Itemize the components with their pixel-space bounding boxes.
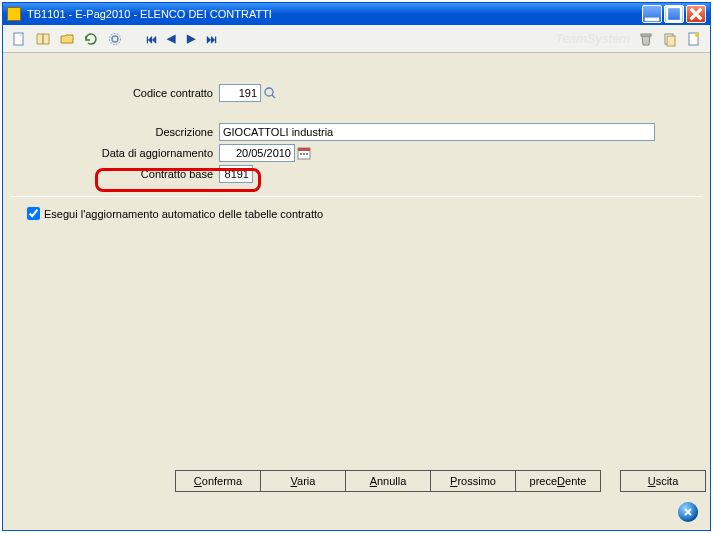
toolbar-trash-icon[interactable] bbox=[636, 29, 656, 49]
row-data-aggiornamento: Data di aggiornamento bbox=[3, 143, 710, 163]
toolbar-right bbox=[636, 29, 704, 49]
svg-rect-1 bbox=[667, 7, 681, 21]
conferma-button[interactable]: Conferma bbox=[175, 470, 261, 492]
auto-update-checkbox[interactable] bbox=[27, 207, 40, 220]
window-title: TB1101 - E-Pag2010 - ELENCO DEI CONTRATT… bbox=[27, 8, 272, 20]
annulla-button[interactable]: Annulla bbox=[345, 470, 431, 492]
divider bbox=[11, 196, 702, 197]
brand-label: TeamSystem bbox=[555, 31, 630, 46]
button-bar: Conferma Varia Annulla Prossimo preceDen… bbox=[3, 470, 710, 492]
svg-rect-13 bbox=[300, 153, 302, 155]
toolbar-gear-icon[interactable] bbox=[105, 29, 125, 49]
titlebar-left: TB1101 - E-Pag2010 - ELENCO DEI CONTRATT… bbox=[7, 7, 272, 21]
toolbar-folder-icon[interactable] bbox=[57, 29, 77, 49]
codice-contratto-label: Codice contratto bbox=[3, 87, 219, 99]
app-icon bbox=[7, 7, 21, 21]
uscita-button[interactable]: Uscita bbox=[620, 470, 706, 492]
contratto-base-label: Contratto base bbox=[3, 168, 219, 180]
svg-rect-15 bbox=[306, 153, 308, 155]
svg-point-10 bbox=[265, 88, 273, 96]
toolbar-book-icon[interactable] bbox=[33, 29, 53, 49]
prossimo-button[interactable]: Prossimo bbox=[430, 470, 516, 492]
svg-point-4 bbox=[110, 33, 121, 44]
titlebar: TB1101 - E-Pag2010 - ELENCO DEI CONTRATT… bbox=[3, 3, 710, 25]
data-agg-label: Data di aggiornamento bbox=[3, 147, 219, 159]
contratto-base-input[interactable] bbox=[219, 165, 253, 183]
lookup-icon[interactable] bbox=[263, 86, 277, 100]
minimize-button[interactable] bbox=[642, 5, 662, 23]
maximize-button[interactable] bbox=[664, 5, 684, 23]
svg-point-9 bbox=[695, 33, 699, 37]
auto-update-label: Esegui l'aggiornamento automatico delle … bbox=[44, 208, 323, 220]
data-agg-input[interactable] bbox=[219, 144, 295, 162]
nav-prev-icon[interactable]: ◀ bbox=[163, 32, 179, 45]
descrizione-input[interactable] bbox=[219, 123, 655, 141]
row-descrizione: Descrizione bbox=[3, 122, 710, 142]
nav-first-icon[interactable]: ⏮ bbox=[143, 33, 159, 45]
row-contratto-base: Contratto base bbox=[3, 164, 710, 184]
svg-rect-14 bbox=[303, 153, 305, 155]
codice-contratto-input[interactable] bbox=[219, 84, 261, 102]
app-window: TB1101 - E-Pag2010 - ELENCO DEI CONTRATT… bbox=[2, 2, 711, 531]
nav-last-icon[interactable]: ⏭ bbox=[203, 33, 219, 45]
toolbar-new2-icon[interactable] bbox=[684, 29, 704, 49]
varia-button[interactable]: Varia bbox=[260, 470, 346, 492]
calendar-icon[interactable] bbox=[296, 145, 312, 161]
svg-rect-0 bbox=[645, 18, 659, 22]
toolbar: ⏮ ◀ ▶ ⏭ TeamSystem bbox=[3, 25, 710, 53]
svg-rect-12 bbox=[298, 148, 310, 151]
precedente-button[interactable]: preceDente bbox=[515, 470, 601, 492]
toolbar-copy-icon[interactable] bbox=[660, 29, 680, 49]
row-codice-contratto: Codice contratto bbox=[3, 83, 710, 103]
descrizione-label: Descrizione bbox=[3, 126, 219, 138]
close-button[interactable] bbox=[686, 5, 706, 23]
close-orb-icon[interactable] bbox=[678, 502, 698, 522]
svg-rect-7 bbox=[667, 36, 675, 46]
svg-point-3 bbox=[112, 36, 118, 42]
content-area: Codice contratto Descrizione Data di agg… bbox=[3, 53, 710, 530]
checkbox-row: Esegui l'aggiornamento automatico delle … bbox=[3, 207, 710, 220]
nav-next-icon[interactable]: ▶ bbox=[183, 32, 199, 45]
toolbar-new-icon[interactable] bbox=[9, 29, 29, 49]
toolbar-refresh-icon[interactable] bbox=[81, 29, 101, 49]
svg-rect-5 bbox=[641, 34, 651, 36]
window-buttons bbox=[642, 5, 706, 23]
